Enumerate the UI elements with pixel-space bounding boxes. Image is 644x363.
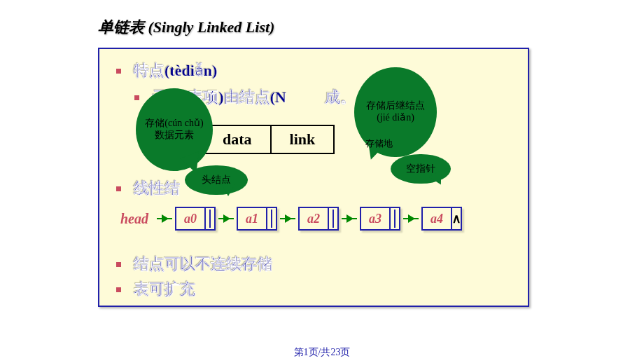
node-data: a3	[361, 208, 389, 229]
node-ptr	[389, 208, 399, 229]
arrow-icon	[218, 218, 234, 219]
head-label: head	[120, 211, 148, 227]
linked-list-diagram: head a0 a1 a2 a3 a4∧	[120, 207, 463, 231]
bullet-text: 线性结	[134, 178, 180, 199]
callout-store-addr: 存储地	[365, 137, 393, 150]
node-data: a0	[176, 208, 204, 229]
data-field-label: data	[204, 126, 272, 153]
arrow-icon	[280, 218, 295, 219]
callout-null-pointer: 空指针	[391, 154, 451, 184]
link-field-label: link	[272, 126, 334, 153]
bullet-text: 表可扩充	[134, 279, 195, 300]
bullet-icon	[116, 186, 121, 191]
bullet-expandable: 表可扩充	[116, 279, 272, 300]
slide-title: 单链表 (Singly Linked List)	[98, 17, 623, 38]
callout-store-element: 存储(cún chǔ)数据元素	[136, 88, 213, 171]
bullet-features: 特点(tèdiǎn)	[116, 60, 511, 81]
node-struct-table: data link	[203, 125, 335, 154]
node-ptr	[328, 208, 337, 229]
page-footer: 第1页/共23页	[0, 346, 644, 359]
lower-bullets: 结点可以不连续存储 表可扩充	[116, 251, 272, 304]
arrow-icon	[157, 218, 172, 219]
node-ptr	[266, 208, 276, 229]
list-node: a1	[237, 207, 277, 231]
list-node: a2	[298, 207, 339, 231]
bullet-text: 结点可以不连续存储	[134, 254, 272, 275]
bullet-text: 特点(tèdiǎn)	[134, 60, 217, 81]
list-node: a4∧	[421, 207, 462, 231]
node-data: a2	[300, 208, 328, 229]
arrow-icon	[342, 218, 357, 219]
node-data: a1	[238, 208, 266, 229]
bullet-noncontig: 结点可以不连续存储	[116, 254, 272, 275]
node-ptr	[204, 208, 214, 229]
node-null: ∧	[451, 208, 461, 229]
arrow-icon	[403, 218, 419, 219]
null-symbol: ∧	[451, 211, 461, 226]
node-data: a4	[423, 208, 451, 229]
bullet-icon	[116, 262, 121, 267]
bullet-icon	[116, 69, 121, 74]
slide: 单链表 (Singly Linked List) 特点(tèdiǎn) 元素(表…	[98, 17, 623, 307]
content-box: 特点(tèdiǎn) 元素(表项)由结点(N 成。 data link 存储(c…	[98, 48, 529, 307]
callout-head-node: 头结点	[185, 165, 248, 195]
list-node: a0	[175, 207, 216, 231]
bullet-linear: 线性结	[116, 178, 180, 199]
list-node: a3	[360, 207, 400, 231]
bullet-icon	[116, 287, 121, 292]
bullet-icon	[134, 95, 139, 100]
